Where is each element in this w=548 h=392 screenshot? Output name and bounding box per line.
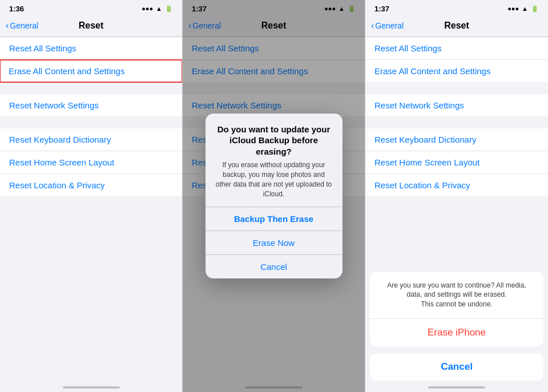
dialog-content: Do you want to update your iCloud Backup… bbox=[206, 114, 342, 208]
confirm-card: Are you sure you want to continue? All m… bbox=[370, 272, 543, 346]
dialog-actions: Backup Then Erase Erase Now Cancel bbox=[206, 207, 342, 278]
right-signal-icon: ●●● bbox=[507, 5, 519, 12]
right-nav-bar: ‹ General Reset bbox=[365, 16, 548, 37]
left-reset-home[interactable]: Reset Home Screen Layout bbox=[0, 151, 182, 174]
left-reset-all-settings[interactable]: Reset All Settings bbox=[0, 37, 182, 60]
right-back-button[interactable]: ‹ General bbox=[371, 21, 404, 31]
cancel-mid-button[interactable]: Cancel bbox=[206, 255, 342, 278]
right-battery-icon: 🔋 bbox=[531, 5, 539, 13]
middle-panel: 1:37 ●●● ▲ 🔋 ‹ General Reset Reset All S… bbox=[183, 0, 365, 392]
left-time: 1:36 bbox=[9, 5, 24, 13]
left-section-1: Reset All Settings Erase All Content and… bbox=[0, 37, 182, 82]
icloud-backup-dialog: Do you want to update your iCloud Backup… bbox=[206, 114, 342, 279]
right-status-bar: 1:37 ●●● ▲ 🔋 bbox=[365, 0, 548, 16]
left-gap-2 bbox=[0, 117, 182, 128]
right-panel: 1:37 ●●● ▲ 🔋 ‹ General Reset Reset All S… bbox=[365, 0, 548, 392]
right-gap-2 bbox=[365, 117, 548, 128]
left-chevron-icon: ‹ bbox=[6, 21, 9, 31]
left-panel: 1:36 ●●● ▲ 🔋 ‹ General Reset Reset All S… bbox=[0, 0, 183, 392]
right-erase-all-content[interactable]: Erase All Content and Settings bbox=[365, 60, 548, 82]
right-section-2: Reset Network Settings bbox=[365, 94, 548, 116]
right-nav-title: Reset bbox=[444, 21, 469, 31]
backup-then-erase-button[interactable]: Backup Then Erase bbox=[206, 207, 342, 231]
left-status-bar: 1:36 ●●● ▲ 🔋 bbox=[0, 0, 182, 16]
left-section-2: Reset Network Settings bbox=[0, 94, 182, 116]
wifi-icon: ▲ bbox=[156, 5, 162, 12]
battery-icon: 🔋 bbox=[165, 5, 173, 13]
middle-overlay: Do you want to update your iCloud Backup… bbox=[183, 0, 365, 392]
left-nav-bar: ‹ General Reset bbox=[0, 16, 182, 37]
left-reset-network[interactable]: Reset Network Settings bbox=[0, 94, 182, 116]
right-reset-all-settings[interactable]: Reset All Settings bbox=[365, 37, 548, 60]
left-reset-keyboard[interactable]: Reset Keyboard Dictionary bbox=[0, 128, 182, 151]
dialog-title: Do you want to update your iCloud Backup… bbox=[215, 124, 333, 157]
confirm-message: Are you sure you want to continue? All m… bbox=[370, 272, 543, 319]
confirm-cancel-button[interactable]: Cancel bbox=[370, 353, 543, 381]
left-nav-title: Reset bbox=[79, 21, 104, 31]
left-erase-all-content[interactable]: Erase All Content and Settings bbox=[0, 59, 183, 83]
right-reset-keyboard[interactable]: Reset Keyboard Dictionary bbox=[365, 128, 548, 151]
right-back-label: General bbox=[375, 21, 404, 30]
right-section-3: Reset Keyboard Dictionary Reset Home Scr… bbox=[365, 128, 548, 196]
right-wifi-icon: ▲ bbox=[522, 5, 528, 12]
right-chevron-icon: ‹ bbox=[371, 21, 374, 31]
right-status-icons: ●●● ▲ 🔋 bbox=[507, 5, 539, 13]
left-back-label: General bbox=[10, 21, 38, 30]
right-reset-network[interactable]: Reset Network Settings bbox=[365, 94, 548, 116]
right-gap-1 bbox=[365, 83, 548, 94]
right-time: 1:37 bbox=[374, 5, 389, 13]
left-gap-1 bbox=[0, 83, 182, 94]
left-home-indicator bbox=[63, 386, 120, 389]
right-reset-location[interactable]: Reset Location & Privacy bbox=[365, 174, 548, 196]
signal-icon: ●●● bbox=[142, 5, 153, 12]
left-back-button[interactable]: ‹ General bbox=[6, 21, 38, 31]
confirmation-modal: Are you sure you want to continue? All m… bbox=[365, 272, 548, 392]
right-section-1: Reset All Settings Erase All Content and… bbox=[365, 37, 548, 82]
left-reset-location[interactable]: Reset Location & Privacy bbox=[0, 174, 182, 196]
dialog-message: If you erase without updating your backu… bbox=[215, 160, 333, 199]
left-section-3: Reset Keyboard Dictionary Reset Home Scr… bbox=[0, 128, 182, 196]
left-status-icons: ●●● ▲ 🔋 bbox=[142, 5, 173, 13]
right-reset-home[interactable]: Reset Home Screen Layout bbox=[365, 151, 548, 174]
erase-iphone-button[interactable]: Erase iPhone bbox=[370, 319, 543, 346]
erase-now-button[interactable]: Erase Now bbox=[206, 231, 342, 255]
